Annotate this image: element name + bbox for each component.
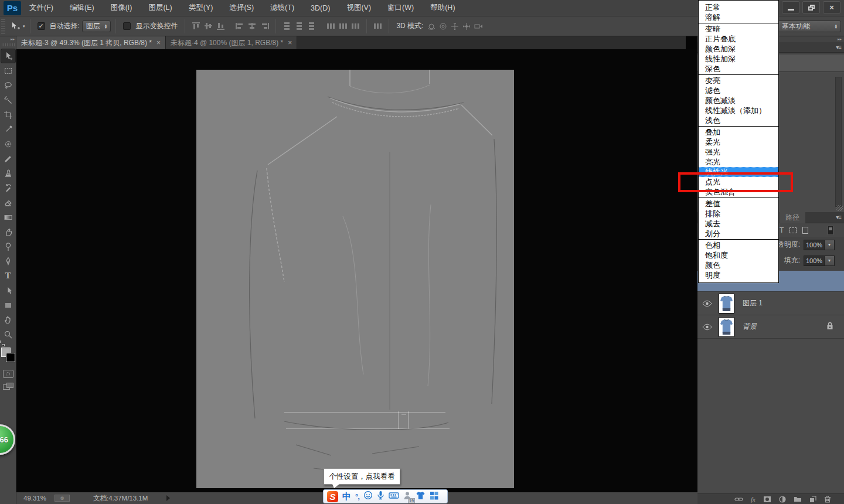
menu-edit[interactable]: 编辑(E): [62, 0, 103, 16]
toolbox-grid-icon[interactable]: [430, 491, 438, 502]
layer-thumbnail[interactable]: [719, 294, 734, 314]
panel-scrollbar[interactable]: [835, 77, 842, 207]
blend-mode-option[interactable]: 色相: [699, 240, 778, 250]
3d-rotate-icon[interactable]: [426, 21, 437, 32]
layer-name[interactable]: 图层 1: [743, 298, 763, 308]
blend-mode-option[interactable]: 颜色减淡: [699, 96, 778, 105]
visibility-eye-icon[interactable]: [697, 300, 716, 307]
zoom-tool[interactable]: [1, 327, 16, 342]
menu-type[interactable]: 类型(Y): [181, 0, 222, 16]
move-tool[interactable]: [1, 49, 16, 63]
menu-layer[interactable]: 图层(L): [140, 0, 180, 16]
menu-filter[interactable]: 滤镜(T): [262, 0, 302, 16]
layer-style-fx-icon[interactable]: fx: [751, 495, 755, 504]
blend-mode-option[interactable]: 溶解: [699, 12, 778, 22]
distribute-left-icon[interactable]: [326, 22, 335, 30]
options-grip[interactable]: [1, 19, 5, 34]
new-layer-icon[interactable]: [809, 495, 816, 504]
tab-close-icon[interactable]: ×: [288, 39, 292, 47]
rectangular-marquee-tool[interactable]: [1, 63, 16, 78]
3d-scale-icon[interactable]: [472, 21, 484, 32]
fill-value[interactable]: 100%: [804, 256, 825, 266]
blend-mode-option[interactable]: 颜色加深: [699, 44, 778, 54]
rectangle-tool[interactable]: [1, 298, 16, 312]
blend-mode-option[interactable]: 线性减淡（添加）: [699, 105, 778, 115]
distribute-right-icon[interactable]: [351, 22, 360, 30]
distribute-bottom-icon[interactable]: [307, 22, 316, 30]
layers-panel-menu-icon[interactable]: ▾≡: [836, 214, 841, 220]
layer-thumbnail[interactable]: [719, 317, 734, 337]
blend-mode-option[interactable]: 颜色: [699, 260, 778, 270]
document-tab-2[interactable]: 未标题-4 @ 100% (图层 1, RGB/8) * ×: [166, 36, 297, 49]
current-tool-icon[interactable]: [8, 20, 23, 33]
auto-select-dropdown[interactable]: 图层 ▴▾: [82, 21, 111, 32]
align-vcenter-icon[interactable]: [204, 22, 213, 30]
blend-mode-option[interactable]: 变暗: [699, 24, 778, 34]
blend-mode-option[interactable]: 亮光: [699, 157, 778, 167]
sogou-logo-icon[interactable]: S: [327, 491, 338, 502]
clone-stamp-tool[interactable]: [1, 166, 16, 181]
new-group-icon[interactable]: [794, 495, 802, 504]
canvas-area[interactable]: [16, 49, 697, 492]
history-brush-tool[interactable]: [1, 181, 16, 195]
blend-mode-option[interactable]: 线性加深: [699, 54, 778, 64]
minimize-button[interactable]: [782, 1, 799, 13]
blend-mode-option[interactable]: 排除: [699, 209, 778, 219]
blend-mode-option[interactable]: 叠加: [699, 127, 778, 137]
layer-row-1[interactable]: 图层 1: [697, 292, 844, 315]
document-tab-1[interactable]: 未标题-3 @ 49.3% (图层 1 拷贝, RGB/8) * ×: [16, 36, 166, 49]
distribute-top-icon[interactable]: [283, 22, 291, 30]
filter-toggle-switch[interactable]: [828, 226, 833, 235]
collapse-panel-icon[interactable]: ▸▸: [0, 36, 16, 42]
screen-mode-icon[interactable]: [3, 383, 13, 391]
quick-mask-icon[interactable]: [3, 370, 13, 378]
blend-mode-option[interactable]: 柔光: [699, 137, 778, 147]
workspace-switcher[interactable]: 基本功能 ▴▾: [778, 21, 841, 32]
tab-paths[interactable]: 路径: [780, 212, 805, 223]
opacity-value[interactable]: 100%: [804, 240, 825, 250]
auto-align-icon[interactable]: [373, 22, 382, 30]
3d-slide-icon[interactable]: [461, 21, 472, 32]
language-mode-icon[interactable]: 中: [342, 491, 351, 502]
skin-tshirt-icon[interactable]: [416, 491, 426, 502]
panel-menu-icon[interactable]: ▾≡: [836, 44, 841, 50]
healing-brush-tool[interactable]: [1, 137, 16, 151]
3d-drag-icon[interactable]: [449, 21, 461, 32]
menu-view[interactable]: 视图(V): [338, 0, 379, 16]
dodge-tool[interactable]: [1, 239, 16, 254]
link-layers-icon[interactable]: [734, 495, 743, 504]
punctuation-mode-icon[interactable]: °,: [355, 492, 359, 501]
opacity-dropdown-icon[interactable]: ▾: [825, 240, 835, 250]
soft-keyboard-icon[interactable]: [389, 491, 399, 502]
blend-mode-option[interactable]: 滤色: [699, 86, 778, 96]
background-color-swatch[interactable]: [6, 353, 15, 362]
default-colors-icon[interactable]: [0, 340, 4, 345]
adjustment-layer-icon[interactable]: [779, 495, 786, 504]
align-top-icon[interactable]: [192, 22, 200, 30]
eraser-tool[interactable]: [1, 195, 16, 210]
close-button[interactable]: ×: [823, 1, 840, 13]
lasso-tool[interactable]: [1, 78, 16, 93]
filter-shape-icon[interactable]: [789, 227, 797, 233]
menu-3d[interactable]: 3D(D): [302, 0, 338, 16]
menu-window[interactable]: 窗口(W): [379, 0, 422, 16]
smudge-tool[interactable]: [1, 224, 16, 239]
blend-mode-option[interactable]: 饱和度: [699, 250, 778, 260]
magic-wand-tool[interactable]: [1, 93, 16, 107]
3d-roll-icon[interactable]: [437, 21, 449, 32]
login-account-icon[interactable]: 19: [403, 491, 411, 502]
fill-dropdown-icon[interactable]: ▾: [825, 256, 835, 266]
filter-type-icon[interactable]: T: [780, 226, 784, 234]
align-hcenter-icon[interactable]: [248, 22, 257, 30]
filter-smart-object-icon[interactable]: [802, 227, 808, 234]
crop-tool[interactable]: [1, 107, 16, 122]
distribute-vcenter-icon[interactable]: [295, 22, 304, 30]
show-transform-checkbox[interactable]: [123, 22, 131, 30]
restore-button[interactable]: [802, 1, 820, 13]
blend-mode-option[interactable]: 正片叠底: [699, 34, 778, 44]
brush-tool[interactable]: [1, 151, 16, 166]
align-right-icon[interactable]: [260, 22, 269, 30]
hand-tool[interactable]: [1, 312, 16, 327]
menu-select[interactable]: 选择(S): [221, 0, 262, 16]
blend-mode-option[interactable]: 正常: [699, 2, 778, 12]
